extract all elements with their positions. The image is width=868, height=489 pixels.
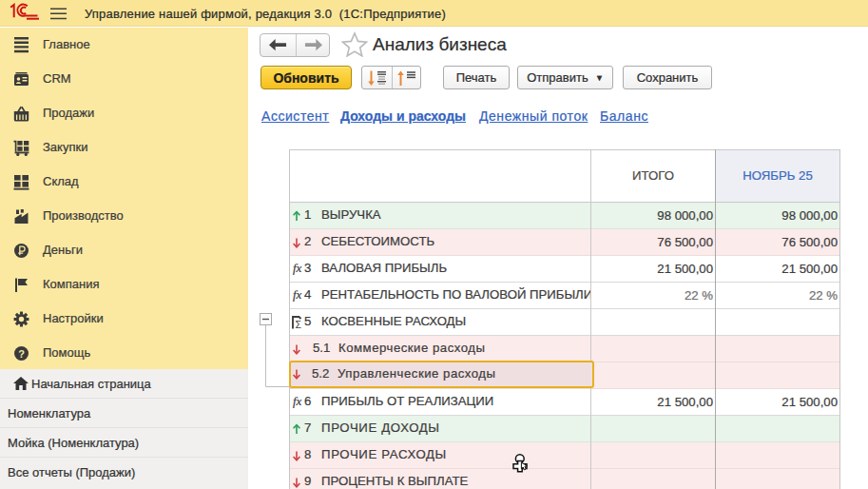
- svg-text:?: ?: [18, 348, 25, 360]
- svg-text:Σ: Σ: [296, 319, 302, 329]
